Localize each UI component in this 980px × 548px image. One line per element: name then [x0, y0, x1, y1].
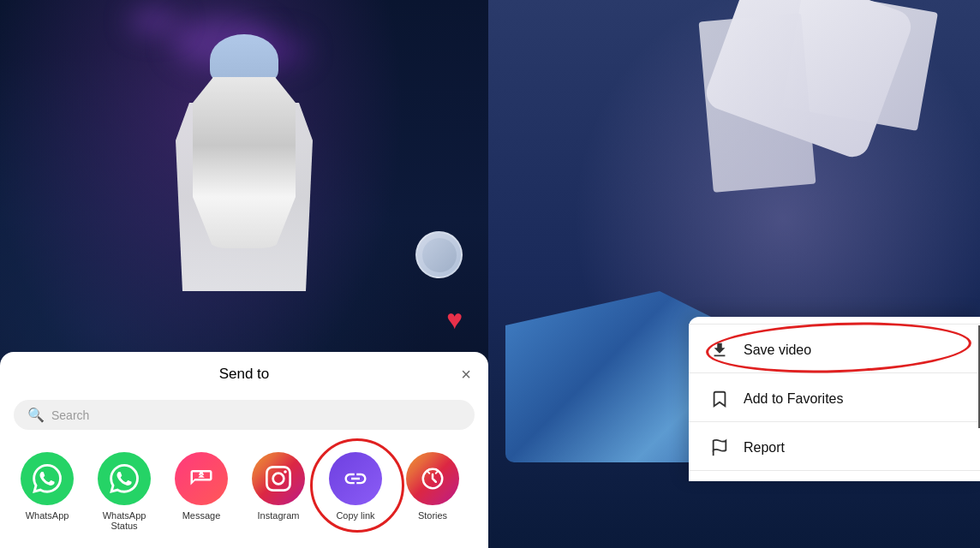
search-bar: 🔍 Search [0, 393, 488, 444]
avatar-inner [422, 238, 457, 272]
copylink-icon-circle [329, 452, 382, 505]
whatsapp-status-icon-circle [98, 452, 151, 505]
menu-divider-2 [689, 421, 980, 422]
context-menu: Save video Add to Favorites Report [689, 317, 980, 481]
message-label: Message [182, 510, 221, 521]
stories-icon-circle [406, 452, 459, 505]
menu-item-add-favorites[interactable]: Add to Favorites [689, 377, 980, 421]
svg-point-0 [200, 471, 203, 474]
message-icon-circle [175, 452, 228, 505]
share-item-instagram[interactable]: Instagram [248, 452, 308, 531]
copylink-label: Copy link [336, 510, 374, 521]
save-video-label: Save video [744, 342, 811, 358]
menu-divider-3 [689, 470, 980, 471]
share-item-copylink[interactable]: Copy link [326, 452, 385, 531]
whatsapp-label: WhatsApp [26, 510, 69, 521]
close-button[interactable]: × [461, 366, 471, 383]
avatar [415, 231, 463, 278]
share-item-whatsapp-status[interactable]: WhatsAppStatus [94, 452, 154, 531]
search-input-box[interactable]: 🔍 Search [14, 400, 475, 430]
menu-item-save-video[interactable]: Save video [689, 328, 980, 372]
whatsapp-icon-circle [21, 452, 74, 505]
right-panel: Save video Add to Favorites Report [488, 0, 980, 548]
instagram-icon-circle [252, 452, 305, 505]
search-input[interactable]: Search [51, 408, 89, 422]
menu-item-report[interactable]: Report [689, 426, 980, 470]
bookmark-icon [709, 389, 730, 409]
search-icon: 🔍 [27, 407, 45, 423]
cloud-3 [128, 9, 180, 34]
stories-label: Stories [418, 510, 447, 521]
heart-icon: ♥ [446, 304, 463, 336]
add-favorites-label: Add to Favorites [744, 391, 844, 407]
menu-divider-top [689, 324, 980, 325]
send-to-panel: Send to × 🔍 Search WhatsApp [0, 352, 488, 548]
share-item-whatsapp[interactable]: WhatsApp [17, 452, 77, 531]
character-body [193, 77, 296, 248]
share-icons-row: WhatsApp WhatsAppStatus [0, 444, 488, 548]
menu-divider-1 [689, 372, 980, 373]
hair-element-3 [699, 13, 816, 193]
share-item-message[interactable]: Message [171, 452, 231, 531]
left-panel: ♥ Send to × 🔍 Search WhatsApp [0, 0, 488, 548]
instagram-label: Instagram [258, 510, 300, 521]
send-to-title: Send to [219, 366, 270, 383]
flag-icon [709, 438, 730, 458]
send-to-header: Send to × [0, 366, 488, 393]
share-item-stories[interactable]: Stories [403, 452, 463, 531]
report-label: Report [744, 440, 785, 456]
whatsapp-status-label: WhatsAppStatus [103, 510, 146, 531]
download-icon [709, 340, 730, 360]
character-back-view [167, 34, 321, 274]
